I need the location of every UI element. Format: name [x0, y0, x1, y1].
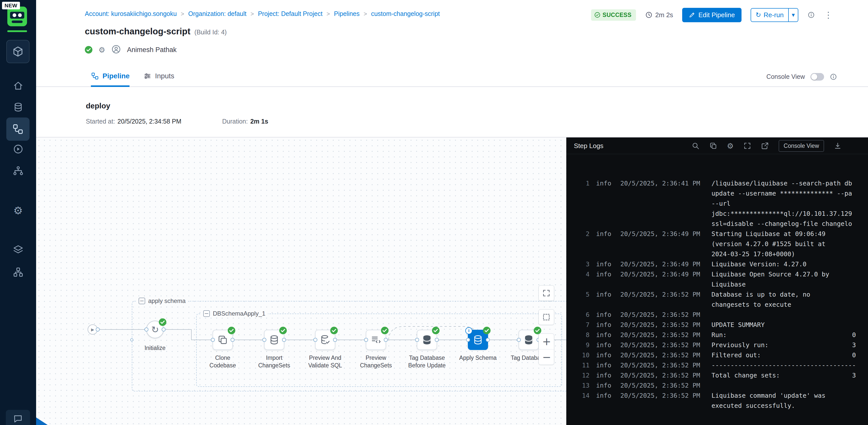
log-level: info [596, 330, 614, 340]
log-level: info [596, 259, 614, 270]
app-logo[interactable] [7, 6, 27, 26]
log-message: Previously run: 3 [711, 340, 863, 350]
refresh-icon: ↻ [756, 11, 761, 19]
kebab-menu-icon[interactable]: ⋮ [824, 10, 833, 20]
log-timestamp: 20/5/2025, 2:36:52 PM [620, 370, 705, 380]
success-check-icon [228, 327, 235, 334]
log-message: Liquibase Version: 4.27.0 [711, 259, 863, 270]
collapse-icon[interactable]: − [138, 298, 145, 304]
sync-icon: ↻ [151, 324, 159, 335]
breadcrumb-link[interactable]: Organization: default [177, 10, 246, 18]
log-line-number: 1 [577, 178, 590, 189]
view-tabs: Pipeline Inputs Console View [36, 66, 868, 87]
step-node-preview-changesets[interactable] [366, 330, 386, 350]
success-check-icon [159, 318, 166, 325]
play-circle-icon [12, 143, 24, 154]
step-node-preview-and-validate-sql[interactable] [315, 330, 335, 350]
stage-name: deploy [86, 102, 110, 110]
log-level: info [596, 178, 614, 189]
stage-summary-bar: deploy Started at: 20/5/2025, 2:34:58 PM… [36, 87, 868, 138]
log-timestamp: 20/5/2025, 2:36:52 PM [620, 340, 705, 350]
database-icon [13, 102, 24, 112]
log-message: Run: 0 [711, 330, 863, 340]
stepgroup-label[interactable]: − DBSchemaApply_1 [201, 310, 268, 318]
step-node-initialize[interactable]: ↻ [146, 321, 164, 338]
stage-group-label[interactable]: − apply schema [136, 297, 188, 305]
rerun-dropdown-button[interactable]: ▾ [788, 8, 798, 22]
breadcrumb-link[interactable]: custom-changelog-script [360, 10, 440, 18]
console-view-button[interactable]: Console View [779, 140, 824, 152]
sidebar-item-pipelines-selected[interactable] [6, 117, 30, 141]
log-message: Filtered out: 0 [711, 350, 863, 360]
log-timestamp: 20/5/2025, 2:36:52 PM [620, 360, 705, 370]
database-icon [269, 334, 280, 345]
log-timestamp: 20/5/2025, 2:36:41 PM [620, 178, 705, 189]
connector-port [130, 338, 133, 341]
pipeline-canvas[interactable]: − apply schema − DBSchemaApply_1 ▶ ↻ Ini… [36, 138, 566, 425]
sidebar-item-home[interactable] [0, 76, 36, 96]
sidebar-item-executions[interactable] [0, 139, 36, 159]
tag-database-icon [523, 334, 534, 345]
step-label: Tag Database Before Update [405, 354, 448, 369]
step-node-clone-codebase[interactable] [213, 330, 233, 350]
download-icon[interactable] [834, 142, 842, 150]
log-timestamp: 20/5/2025, 2:36:49 PM [620, 229, 705, 239]
help-chat-button[interactable] [6, 410, 30, 425]
log-output[interactable]: 1 info 20/5/2025, 2:36:41 PM /liquibase/… [566, 154, 868, 425]
tab-inputs[interactable]: Inputs [144, 66, 174, 87]
info-icon[interactable] [807, 11, 815, 19]
new-badge: NEW [2, 2, 20, 9]
breadcrumb-link[interactable]: Pipelines [322, 10, 360, 18]
page-title: custom-changelog-script [85, 26, 190, 36]
log-level: info [596, 340, 614, 350]
breadcrumb-link[interactable]: Project: Default Project [246, 10, 322, 18]
zoom-in-button[interactable]: + [539, 334, 554, 349]
step-logs-panel: Step Logs ⚙ Console View 1 info [566, 138, 868, 425]
log-line: 5 info 20/5/2025, 2:36:52 PM Database is… [577, 289, 863, 310]
sidebar-item-gitops[interactable] [0, 161, 36, 181]
log-level: info [596, 270, 614, 280]
info-icon[interactable] [830, 73, 837, 81]
gear-icon[interactable]: ⚙ [727, 142, 734, 150]
edit-pipeline-button[interactable]: Edit Pipeline [682, 8, 742, 22]
pipeline-start-node[interactable]: ▶ [88, 324, 98, 335]
sidebar-item-settings[interactable]: ⚙ [0, 200, 36, 221]
canvas-marquee-select-button[interactable] [538, 309, 554, 325]
step-label: Apply Schema [457, 354, 499, 362]
sidebar-item-services[interactable] [0, 97, 36, 117]
copy-icon[interactable] [709, 142, 717, 150]
log-level: info [596, 229, 614, 239]
fullscreen-icon [542, 289, 551, 298]
log-timestamp: 20/5/2025, 2:36:49 PM [620, 270, 705, 280]
module-switcher-button[interactable] [6, 40, 30, 63]
log-line-number: 13 [577, 380, 590, 391]
left-nav-sidebar: NEW [0, 0, 36, 425]
fullscreen-icon[interactable] [743, 142, 751, 150]
sidebar-item-connectors[interactable] [0, 262, 36, 282]
rerun-button[interactable]: ↻ Re-run [751, 8, 788, 22]
step-node-import-changesets[interactable] [264, 330, 284, 350]
collapse-icon[interactable]: − [203, 310, 210, 317]
console-view-toggle[interactable] [810, 73, 824, 81]
log-timestamp: 20/5/2025, 2:36:52 PM [620, 380, 705, 391]
step-node-tag-database-before-update[interactable] [417, 330, 437, 350]
minus-icon: − [542, 351, 551, 363]
tab-pipeline[interactable]: Pipeline [91, 66, 129, 87]
search-icon[interactable] [691, 142, 700, 150]
gear-icon[interactable]: ⚙ [98, 46, 105, 54]
step-node-tag-database[interactable] [519, 330, 539, 350]
log-line-number: 4 [577, 270, 590, 280]
canvas-fullscreen-button[interactable] [538, 285, 554, 301]
pipelines-icon [12, 123, 24, 135]
canvas-corner-handle[interactable] [36, 418, 48, 425]
author-name: Animesh Pathak [127, 46, 177, 54]
changeset-list-icon [370, 334, 381, 345]
sidebar-item-environments[interactable] [0, 240, 36, 260]
external-link-icon[interactable] [761, 142, 769, 150]
breadcrumb-link[interactable]: Account: kurosakiichigo.songoku [85, 10, 177, 18]
log-timestamp: 20/5/2025, 2:36:52 PM [620, 350, 705, 360]
log-level: info [596, 320, 614, 330]
zoom-out-button[interactable]: − [539, 349, 554, 365]
home-icon [12, 80, 24, 91]
step-node-apply-schema-selected[interactable]: i [468, 330, 488, 350]
